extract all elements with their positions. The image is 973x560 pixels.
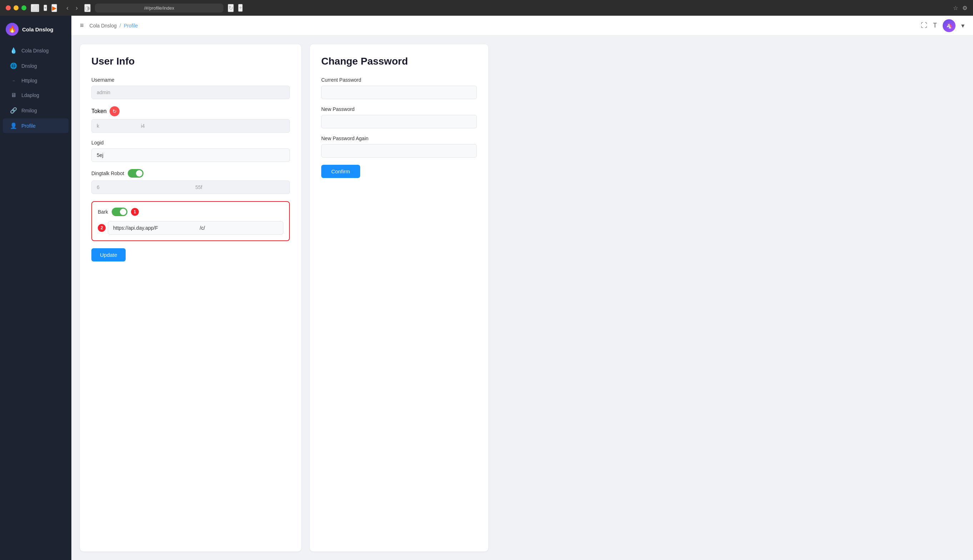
app: 🔥 Cola Dnslog 💧 Cola Dnslog 🌐 Dnslog ···… xyxy=(0,16,973,560)
forward-button[interactable]: › xyxy=(74,3,80,12)
sidebar-item-label: Ldaplog xyxy=(22,92,39,98)
play-icon[interactable]: ▶ xyxy=(52,4,57,12)
topbar: ≡ Cola Dnslog / Profile ⛶ T 🦄 ▾ xyxy=(71,16,973,36)
logid-label: Logid xyxy=(91,140,290,145)
new-pw-input[interactable] xyxy=(321,115,477,128)
reload-icon[interactable]: ↻ xyxy=(228,4,234,12)
new-pw-group: New Password xyxy=(321,106,477,128)
profile-icon: 👤 xyxy=(10,122,17,129)
settings-icon[interactable]: ⚙ xyxy=(962,5,967,12)
httplog-icon: ··· xyxy=(10,78,17,83)
avatar[interactable]: 🦄 xyxy=(943,19,956,32)
new-pw-label: New Password xyxy=(321,106,477,112)
bark-header: Bark 1 xyxy=(98,208,283,216)
sidebar-item-label: Httplog xyxy=(22,78,37,83)
menu-button[interactable]: ≡ xyxy=(80,22,84,29)
bark-slider xyxy=(112,208,127,216)
main-content: ≡ Cola Dnslog / Profile ⛶ T 🦄 ▾ User Inf… xyxy=(71,16,973,560)
confirm-button[interactable]: Confirm xyxy=(321,165,360,178)
user-info-title: User Info xyxy=(91,56,290,67)
change-password-card: Change Password Current Password New Pas… xyxy=(310,44,488,552)
bark-url-input[interactable] xyxy=(108,221,283,235)
bark-toggle[interactable] xyxy=(112,208,127,216)
dropdown-icon[interactable]: ▾ xyxy=(961,22,965,30)
current-pw-label: Current Password xyxy=(321,77,477,83)
traffic-lights xyxy=(6,5,27,10)
sidebar-item-httplog[interactable]: ··· Httplog xyxy=(3,74,69,87)
bookmark-icon[interactable]: ☆ xyxy=(953,5,958,12)
dingtalk-input[interactable] xyxy=(91,180,290,194)
sidebar-item-label: Dnslog xyxy=(22,63,37,69)
token-label-row: Token ↻ xyxy=(91,106,290,116)
back-button[interactable]: ‹ xyxy=(64,3,71,12)
sidebar: 🔥 Cola Dnslog 💧 Cola Dnslog 🌐 Dnslog ···… xyxy=(0,16,71,560)
dingtalk-toggle[interactable] xyxy=(128,169,144,178)
nav-buttons: ‹ › xyxy=(64,3,80,12)
current-pw-input[interactable] xyxy=(321,86,477,99)
change-pw-title: Change Password xyxy=(321,56,477,67)
dingtalk-label-row: Dingtalk Robot xyxy=(91,169,290,178)
topbar-right: ⛶ T 🦄 ▾ xyxy=(921,19,965,32)
token-group: Token ↻ xyxy=(91,106,290,133)
font-size-icon[interactable]: T xyxy=(933,22,937,29)
bark-url-row: 2 xyxy=(98,221,283,235)
breadcrumb: Cola Dnslog / Profile xyxy=(90,23,138,28)
breadcrumb-root: Cola Dnslog xyxy=(90,23,117,28)
dingtalk-group: Dingtalk Robot xyxy=(91,169,290,194)
dingtalk-slider xyxy=(128,169,144,178)
update-button[interactable]: Update xyxy=(91,248,125,262)
chevron-down-icon[interactable]: ▾ xyxy=(43,5,47,11)
dnslog-icon: 🌐 xyxy=(10,62,17,69)
address-bar[interactable]: /#/profile/index xyxy=(95,3,224,12)
minimize-btn[interactable] xyxy=(13,5,18,10)
username-group: Username xyxy=(91,77,290,99)
reader-icon[interactable]: ◑ xyxy=(84,4,91,12)
username-label: Username xyxy=(91,77,290,83)
sidebar-item-label: Cola Dnslog xyxy=(22,48,48,53)
username-input[interactable] xyxy=(91,86,290,99)
dingtalk-label: Dingtalk Robot xyxy=(91,170,124,176)
new-tab-icon[interactable]: + xyxy=(238,4,243,12)
brand-name: Cola Dnslog xyxy=(22,27,53,32)
bark-badge: 1 xyxy=(131,208,139,216)
cola-dnslog-icon: 💧 xyxy=(10,47,17,54)
bark-section: Bark 1 2 xyxy=(91,201,290,241)
breadcrumb-separator: / xyxy=(120,23,121,28)
sidebar-item-profile[interactable]: 👤 Profile xyxy=(3,118,69,133)
sidebar-item-cola-dnslog[interactable]: 💧 Cola Dnslog xyxy=(3,43,69,58)
new-pw-again-group: New Password Again xyxy=(321,135,477,158)
close-btn[interactable] xyxy=(6,5,11,10)
fullscreen-icon[interactable]: ⛶ xyxy=(921,22,927,29)
bark-label: Bark xyxy=(98,209,108,215)
rmilog-icon: 🔗 xyxy=(10,107,17,114)
brand-icon: 🔥 xyxy=(6,23,18,36)
logid-input[interactable] xyxy=(91,148,290,162)
sidebar-brand: 🔥 Cola Dnslog xyxy=(0,18,71,43)
sidebar-item-rmilog[interactable]: 🔗 Rmilog xyxy=(3,103,69,118)
sidebar-item-label: Rmilog xyxy=(22,108,37,113)
sidebar-item-dnslog[interactable]: 🌐 Dnslog xyxy=(3,58,69,73)
current-pw-group: Current Password xyxy=(321,77,477,99)
sidebar-item-label: Profile xyxy=(22,123,36,129)
page-content: User Info Username Token ↻ Logid xyxy=(71,36,973,560)
token-refresh-button[interactable]: ↻ xyxy=(110,106,120,116)
new-pw-again-label: New Password Again xyxy=(321,135,477,141)
token-input[interactable] xyxy=(91,119,290,133)
sidebar-toggle-icon[interactable]: ⬜ xyxy=(31,4,39,12)
fullscreen-btn[interactable] xyxy=(22,5,27,10)
sidebar-item-ldaplog[interactable]: 🖥 Ldaplog xyxy=(3,88,69,102)
titlebar: ⬜ ▾ ▶ ‹ › ◑ /#/profile/index ↻ + ☆ ⚙ xyxy=(0,0,973,16)
bark-number-badge: 2 xyxy=(98,224,106,232)
breadcrumb-current: Profile xyxy=(124,23,138,28)
ldaplog-icon: 🖥 xyxy=(10,92,17,98)
user-info-card: User Info Username Token ↻ Logid xyxy=(80,44,301,552)
token-label: Token xyxy=(91,108,107,115)
new-pw-again-input[interactable] xyxy=(321,144,477,158)
logid-group: Logid xyxy=(91,140,290,162)
